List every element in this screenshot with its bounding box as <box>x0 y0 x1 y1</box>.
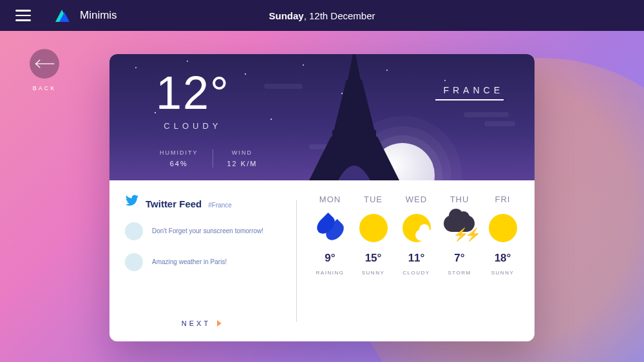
tweet-item[interactable]: Amazing weather in Paris! <box>125 253 278 271</box>
date-rest: , 12th December <box>304 10 375 21</box>
twitter-feed: Twitter Feed #France Don't Forget your s… <box>109 180 290 341</box>
twitter-icon <box>125 193 139 207</box>
temperature-value: 12° <box>156 70 230 116</box>
day-temp: 18° <box>495 252 511 265</box>
day-cond: RAINING <box>316 270 345 276</box>
day-cond: STORM <box>448 270 471 276</box>
day-temp: 7° <box>454 252 464 265</box>
day-cond: SUNNY <box>491 270 515 276</box>
sun-icon <box>359 209 388 247</box>
rain-icon <box>317 209 343 247</box>
svg-marker-4 <box>334 80 375 131</box>
back-button[interactable] <box>30 49 59 79</box>
day-cond: SUNNY <box>362 270 385 276</box>
humidity-label: HUMIDITY <box>160 149 198 156</box>
current-date: Sunday, 12th December <box>269 10 375 21</box>
day-name: THU <box>450 195 469 204</box>
twitter-title: Twitter Feed <box>146 198 202 209</box>
forecast-day[interactable]: WED 11° CLOUDY <box>395 195 438 341</box>
app-logo-icon <box>54 8 70 23</box>
hero-stats: HUMIDITY 64% WIND 12 K/M <box>146 149 271 167</box>
tweet-item[interactable]: Don't Forget your sunscreen tomorrow! <box>125 222 278 240</box>
day-name: TUE <box>364 195 383 204</box>
humidity-stat: HUMIDITY 64% <box>146 149 213 167</box>
day-name: WED <box>406 195 427 204</box>
condition-label: CLOUDY <box>156 121 230 131</box>
sun-icon <box>489 209 517 247</box>
avatar <box>125 222 143 240</box>
menu-icon[interactable] <box>15 10 31 21</box>
moon-cloud-icon <box>402 209 431 247</box>
avatar <box>125 253 143 271</box>
day-name: FRI <box>495 195 511 204</box>
forecast-day[interactable]: FRI 18° SUNNY <box>481 195 524 341</box>
top-bar: Minimis Sunday, 12th December <box>0 0 644 31</box>
location-label[interactable]: FRANCE <box>435 85 504 100</box>
day-temp: 9° <box>325 252 335 265</box>
vertical-divider <box>296 200 297 322</box>
day-temp: 15° <box>365 252 382 265</box>
arrow-left-icon <box>33 59 55 69</box>
day-cond: CLOUDY <box>402 270 430 276</box>
twitter-header: Twitter Feed #France <box>125 193 278 209</box>
forecast-day[interactable]: THU ⚡⚡ 7° STORM <box>438 195 481 341</box>
back-label: BACK <box>30 85 59 91</box>
back-nav: BACK <box>30 49 59 91</box>
day-temp: 11° <box>408 252 425 265</box>
forecast-row: MON 9° RAINING TUE 15° SUNNY WED 11° CLO… <box>303 180 535 341</box>
svg-rect-5 <box>332 130 376 137</box>
tweet-text: Don't Forget your sunscreen tomorrow! <box>152 227 263 236</box>
storm-icon: ⚡⚡ <box>442 209 477 247</box>
svg-marker-3 <box>348 54 361 80</box>
tweet-text: Amazing weather in Paris! <box>152 258 227 267</box>
wind-value: 12 K/M <box>227 160 258 167</box>
date-weekday: Sunday <box>269 10 303 21</box>
hero-panel: 12° CLOUDY HUMIDITY 64% WIND 12 K/M FRAN… <box>109 54 535 180</box>
wind-stat: WIND 12 K/M <box>213 149 272 167</box>
eiffel-tower-illustration <box>303 54 406 180</box>
day-name: MON <box>319 195 341 204</box>
twitter-next-button[interactable]: NEXT <box>182 316 222 334</box>
hero-temperature: 12° CLOUDY <box>156 70 230 131</box>
forecast-day[interactable]: TUE 15° SUNNY <box>352 195 395 341</box>
app-name: Minimis <box>80 9 117 22</box>
wind-label: WIND <box>227 149 258 156</box>
lower-panel: Twitter Feed #France Don't Forget your s… <box>109 180 535 341</box>
twitter-hashtag[interactable]: #France <box>208 202 232 209</box>
weather-card: 12° CLOUDY HUMIDITY 64% WIND 12 K/M FRAN… <box>109 54 535 341</box>
humidity-value: 64% <box>160 160 198 167</box>
forecast-day[interactable]: MON 9° RAINING <box>308 195 352 341</box>
next-label: NEXT <box>182 319 211 327</box>
chevron-right-icon <box>217 320 222 327</box>
